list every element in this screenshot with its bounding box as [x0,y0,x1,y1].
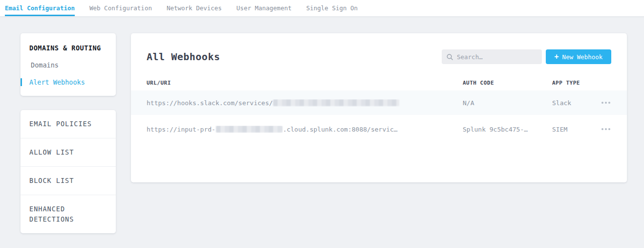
sidebar-item-domains[interactable]: Domains [21,61,116,69]
sidebar-item-alert-webhooks[interactable]: Alert Webhooks [21,78,116,86]
sidebar-domains-routing-card: DOMAINS & ROUTING Domains Alert Webhooks [21,33,116,96]
tab-user-management[interactable]: User Management [236,0,292,16]
column-header-auth-code: AUTH CODE [463,80,552,86]
url-text: .cloud.splunk.com:8088/servic… [283,126,398,133]
table-header-row: URL/URI AUTH CODE APP TYPE [131,75,627,90]
sidebar-sections-card: EMAIL POLICIES ALLOW LIST BLOCK LIST ENH… [21,110,116,233]
webhooks-table: URL/URI AUTH CODE APP TYPE https://hooks… [131,75,627,143]
url-text: https://input-prd- [147,126,215,133]
plus-icon: + [555,53,559,61]
webhook-url: https://hooks.slack.com/services/ [147,99,463,107]
tab-network-devices[interactable]: Network Devices [167,0,222,16]
tab-email-configuration[interactable]: Email Configuration [5,0,75,16]
sidebar-item-email-policies[interactable]: EMAIL POLICIES [21,110,116,138]
app-type: Slack [552,99,590,107]
top-navigation: Email Configuration Web Configuration Ne… [0,0,644,17]
new-webhook-button[interactable]: + New Webhook [546,49,611,64]
sidebar-item-block-list[interactable]: BLOCK LIST [21,167,116,195]
row-actions-menu-icon[interactable] [590,125,611,133]
sidebar-item-allow-list[interactable]: ALLOW LIST [21,138,116,167]
tab-web-configuration[interactable]: Web Configuration [89,0,152,16]
column-header-app-type: APP TYPE [552,80,590,86]
auth-code: Splunk 9c5bc475-… [463,126,552,133]
tab-single-sign-on[interactable]: Single Sign On [306,0,358,16]
app-type: SIEM [552,126,590,133]
column-header-url: URL/URI [147,80,463,86]
search-box[interactable] [442,49,542,64]
webhooks-panel: All Webhooks + New Webhook URL/URI AUTH … [131,33,627,182]
search-input[interactable] [457,53,537,61]
sidebar-section-title: DOMAINS & ROUTING [21,42,116,52]
new-webhook-label: New Webhook [562,53,603,61]
redacted-url-segment [273,99,399,106]
row-actions-menu-icon[interactable] [590,99,611,107]
table-row[interactable]: https://hooks.slack.com/services/ N/A Sl… [131,90,627,115]
redacted-url-segment [216,126,282,133]
table-row[interactable]: https://input-prd- .cloud.splunk.com:808… [131,115,627,143]
webhooks-header: All Webhooks + New Webhook [131,33,627,64]
sidebar-item-enhanced-detections[interactable]: ENHANCED DETECTIONS [21,195,116,233]
page-title: All Webhooks [147,51,220,63]
search-icon [447,54,453,60]
webhooks-controls: + New Webhook [442,49,611,64]
auth-code: N/A [463,99,552,107]
webhook-url: https://input-prd- .cloud.splunk.com:808… [147,126,463,133]
url-text: https://hooks.slack.com/services/ [147,99,273,107]
